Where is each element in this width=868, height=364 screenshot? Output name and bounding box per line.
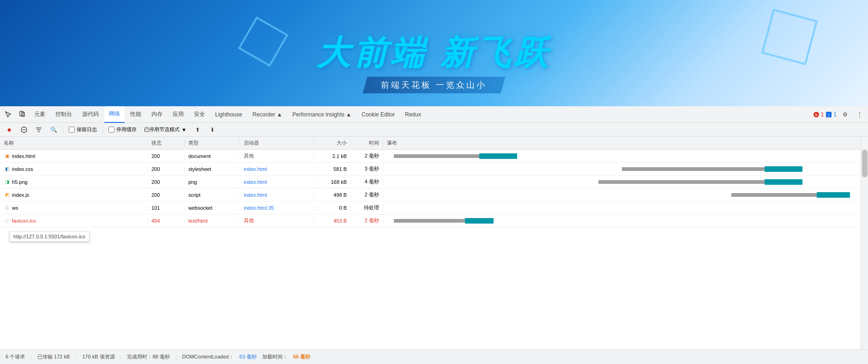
svg-text:i: i [828,112,829,117]
status-dom-value: 63 毫秒 [239,353,256,360]
cell-type-indexjs: script [185,192,240,198]
svg-text:✕: ✕ [814,112,818,117]
cell-waterfall-h5png [383,176,861,188]
export-icon[interactable]: ⬇ [206,123,219,136]
banner-sub-text: 前端天花板 一览众山小 [362,77,505,93]
toolbar-sep-2 [102,126,103,134]
cell-time-indexjs: 2 毫秒 [351,191,383,198]
status-load-value: 66 毫秒 [293,353,310,360]
cell-type-h5png: png [185,179,240,185]
filter-icon[interactable] [32,123,45,136]
header-time: 时间 [351,140,383,146]
file-icon-ws: □ [4,205,10,211]
cell-initiator-indexjs[interactable]: index.html [240,192,314,198]
file-icon-html: ▣ [4,153,10,159]
table-row[interactable]: ◨ h5.png 200 png index.html 168 kB 4 毫秒 [0,176,861,188]
record-button[interactable]: ● [3,123,16,136]
tab-elements[interactable]: 元素 [30,106,50,123]
tab-security[interactable]: 安全 [189,106,210,123]
cell-time-indexcss: 3 毫秒 [351,165,383,172]
cell-waterfall-indexhtml [383,150,861,162]
cell-type-indexcss: stylesheet [185,166,240,172]
header-size: 大小 [314,140,351,146]
inspect-element-icon[interactable] [2,108,15,121]
right-scrollbar[interactable] [861,137,868,349]
devtools-tab-bar: 元素 控制台 源代码 网络 性能 内存 应用 安全 Lighthouse Rec… [0,106,868,123]
status-resources: 170 kB 项资源 [82,353,115,360]
tab-cookie-editor[interactable]: Cookie Editor [357,106,399,123]
cell-initiator-indexcss[interactable]: index.html [240,166,314,172]
table-row[interactable]: ▣ index.html 200 document 其他 2.1 kB 2 毫秒 [0,150,861,163]
cell-name-indexcss: ◧ index.css [0,166,148,172]
status-transferred: 已传输 172 kB [37,353,70,360]
network-toolbar: ● 🔍 保留日志 停用缓存 已停用节流模式 ▼ ⬆ ⬇ [0,123,868,137]
cell-size-favicon: 453 B [314,218,351,224]
tab-performance-insights[interactable]: Performance insights ▲ [288,106,356,123]
network-table: 名称 状态 类型 启动器 大小 时间 瀑布 ▣ index.html 200 d… [0,137,861,349]
file-icon-js: ◩ [4,192,10,198]
search-icon[interactable]: 🔍 [47,123,60,136]
cell-size-indexcss: 581 B [314,166,351,172]
cell-name-indexjs: ◩ index.js [0,192,148,198]
cell-initiator-ws[interactable]: index.html:35 [240,205,314,211]
table-row[interactable]: ◩ index.js 200 script index.html 498 B 2… [0,188,861,201]
tabs-right-section: ✕ 1 i 1 ⚙ ⋮ [813,108,866,121]
cell-time-h5png: 4 毫秒 [351,178,383,185]
status-dom-label: DOMContentLoaded： [182,353,234,360]
header-initiator: 启动器 [240,140,314,146]
info-count: 1 [833,111,837,118]
preserve-log-checkbox[interactable]: 保留日志 [66,125,100,134]
banner: 大前端 新飞跃 前端天花板 一览众山小 [0,0,868,106]
disable-cache-checkbox[interactable]: 停用缓存 [106,125,139,134]
file-icon-img: ◨ [4,179,10,185]
cell-size-ws: 0 B [314,205,351,211]
toolbar-sep-1 [63,126,63,134]
cell-type-favicon: text/html [185,218,240,224]
cell-status-indexcss: 200 [148,166,185,172]
error-count: 1 [821,111,824,118]
cell-status-indexhtml: 200 [148,153,185,159]
banner-decoration-1 [238,16,288,67]
cell-time-indexhtml: 2 毫秒 [351,152,383,159]
file-icon-css: ◧ [4,166,10,172]
tab-performance[interactable]: 性能 [126,106,146,123]
import-icon[interactable]: ⬆ [191,123,204,136]
cell-time-favicon: 2 毫秒 [351,217,383,224]
cell-name-h5png: ◨ h5.png [0,179,148,185]
cell-initiator-indexhtml: 其他 [240,152,314,159]
cell-type-ws: websocket [185,205,240,211]
tab-console[interactable]: 控制台 [51,106,77,123]
clear-button[interactable] [18,123,30,136]
file-icon-other: □ [4,218,10,224]
device-toolbar-icon[interactable] [16,108,29,121]
cell-status-indexjs: 200 [148,192,185,198]
cell-initiator-favicon: 其他 [240,217,314,224]
cell-waterfall-ws [383,201,861,214]
cell-name-favicon: □ favicon.ico [0,218,148,224]
cell-size-indexhtml: 2.1 kB [314,153,351,159]
tab-sources[interactable]: 源代码 [78,106,103,123]
tab-memory[interactable]: 内存 [147,106,167,123]
tab-lighthouse[interactable]: Lighthouse [211,106,247,123]
cell-type-indexhtml: document [185,153,240,159]
cell-time-ws: 待处理 [351,204,383,211]
cell-waterfall-indexcss [383,163,861,175]
table-header: 名称 状态 类型 启动器 大小 时间 瀑布 [0,137,861,150]
tab-redux[interactable]: Redux [400,106,426,123]
settings-icon[interactable]: ⚙ [838,108,851,121]
table-row[interactable]: ◧ index.css 200 stylesheet index.html 58… [0,163,861,176]
header-waterfall: 瀑布 [383,140,861,146]
throttle-selector[interactable]: 已停用节流模式 ▼ [141,125,189,134]
header-name: 名称 [0,140,148,146]
table-row-favicon[interactable]: □ favicon.ico 404 text/html 其他 453 B 2 毫… [0,214,861,227]
header-status: 状态 [148,140,185,146]
banner-main-text: 大前端 新飞跃 [317,31,551,75]
status-bar: 6 个请求 | 已传输 172 kB | 170 kB 项资源 | 完成用时：8… [0,349,868,364]
tab-network[interactable]: 网络 [104,106,125,123]
tab-application[interactable]: 应用 [168,106,188,123]
table-row[interactable]: □ ws 101 websocket index.html:35 0 B 待处理 [0,201,861,214]
tab-recorder[interactable]: Recorder ▲ [248,106,287,123]
more-options-icon[interactable]: ⋮ [853,108,866,121]
cell-size-h5png: 168 kB [314,179,351,185]
cell-initiator-h5png[interactable]: index.html [240,179,314,185]
